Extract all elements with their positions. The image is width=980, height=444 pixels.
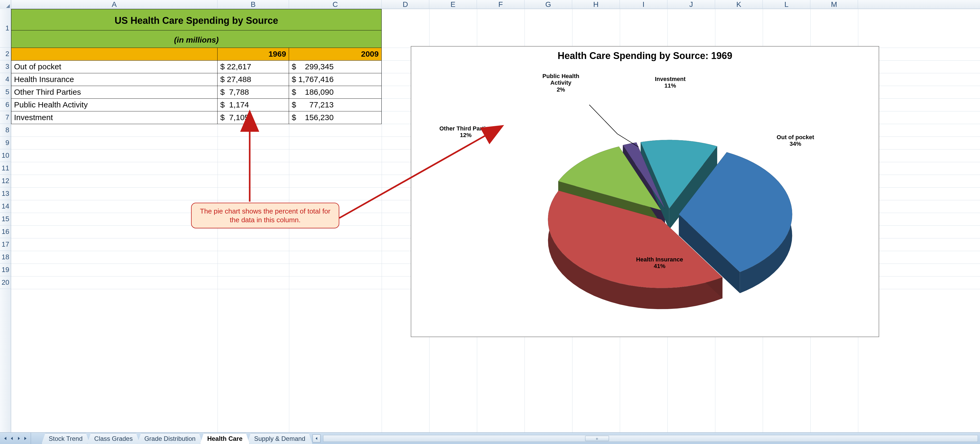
column-header-E[interactable]: E bbox=[429, 0, 477, 9]
header-blank bbox=[11, 48, 218, 60]
cells-layer: US Health Care Spending by Source (in mi… bbox=[11, 9, 980, 432]
row-header-17[interactable]: 17 bbox=[0, 238, 11, 251]
column-header-G[interactable]: G bbox=[525, 0, 572, 9]
row-value-2009: $ 299,345 bbox=[289, 60, 382, 73]
sheet-tab-class-grades[interactable]: Class Grades bbox=[87, 433, 140, 444]
row-header-13[interactable]: 13 bbox=[0, 187, 11, 200]
row-value-2009: $ 77,213 bbox=[289, 99, 382, 111]
table-row[interactable]: Other Third Parties$ 7,788$ 186,090 bbox=[11, 86, 382, 99]
row-header-1[interactable]: 1 bbox=[0, 9, 11, 48]
horizontal-scrollbar[interactable] bbox=[323, 435, 978, 442]
row-value-2009: $ 186,090 bbox=[289, 86, 382, 99]
row-header-2[interactable]: 2 bbox=[0, 48, 11, 60]
column-header-J[interactable]: J bbox=[667, 0, 715, 9]
pie-chart-svg bbox=[411, 46, 879, 337]
row-header-18[interactable]: 18 bbox=[0, 251, 11, 264]
row-header-19[interactable]: 19 bbox=[0, 264, 11, 276]
row-value-1969: $ 22,617 bbox=[218, 60, 289, 73]
row-header-20[interactable]: 20 bbox=[0, 276, 11, 289]
sheet-tab-supply-demand[interactable]: Supply & Demand bbox=[247, 433, 312, 444]
row-header-8[interactable]: 8 bbox=[0, 124, 11, 137]
row-value-2009: $ 1,767,416 bbox=[289, 73, 382, 86]
column-header-D[interactable]: D bbox=[382, 0, 429, 9]
sheet-nav-prev-icon[interactable] bbox=[8, 434, 15, 443]
column-header-K[interactable]: K bbox=[715, 0, 763, 9]
header-year-2: 2009 bbox=[289, 48, 382, 60]
table-row[interactable]: Out of pocket$ 22,617$ 299,345 bbox=[11, 60, 382, 73]
row-label: Health Insurance bbox=[11, 73, 218, 86]
table-row[interactable]: Investment$ 7,105$ 156,230 bbox=[11, 111, 382, 124]
row-header-10[interactable]: 10 bbox=[0, 149, 11, 162]
table-title: US Health Care Spending by Source bbox=[11, 9, 382, 30]
column-headers: ABCDEFGHIJKLM bbox=[0, 0, 980, 9]
pie-chart[interactable]: Health Care Spending by Source: 1969 Out… bbox=[411, 46, 879, 337]
sheet-tab-health-care[interactable]: Health Care bbox=[200, 433, 250, 444]
data-table[interactable]: US Health Care Spending by Source (in mi… bbox=[11, 9, 382, 124]
tab-scroll-left-icon[interactable] bbox=[313, 434, 320, 442]
column-header-I[interactable]: I bbox=[620, 0, 667, 9]
slice-label-health-insurance: Health Insurance 41% bbox=[636, 256, 683, 270]
worksheet-grid[interactable]: ABCDEFGHIJKLM 12345678910111213141516171… bbox=[0, 0, 980, 432]
table-row[interactable]: Public Health Activity$ 1,174$ 77,213 bbox=[11, 99, 382, 111]
tabbar-scroll-area bbox=[310, 433, 980, 444]
sheet-tab-stock-trend[interactable]: Stock Trend bbox=[41, 433, 90, 444]
row-header-7[interactable]: 7 bbox=[0, 111, 11, 124]
workbook: ABCDEFGHIJKLM 12345678910111213141516171… bbox=[0, 0, 980, 444]
row-header-4[interactable]: 4 bbox=[0, 73, 11, 86]
row-label: Other Third Parties bbox=[11, 86, 218, 99]
column-header-A[interactable]: A bbox=[11, 0, 218, 9]
row-value-2009: $ 156,230 bbox=[289, 111, 382, 124]
table-subtitle: (in millions) bbox=[11, 30, 382, 48]
column-header-L[interactable]: L bbox=[763, 0, 810, 9]
row-label: Investment bbox=[11, 111, 218, 124]
column-header-F[interactable]: F bbox=[477, 0, 525, 9]
row-value-1969: $ 7,788 bbox=[218, 86, 289, 99]
row-headers: 1234567891011121314151617181920 bbox=[0, 9, 11, 432]
column-header-C[interactable]: C bbox=[289, 0, 382, 9]
sheet-tabs: Stock TrendClass GradesGrade Distributio… bbox=[31, 433, 310, 444]
sheet-tab-bar: Stock TrendClass GradesGrade Distributio… bbox=[0, 432, 980, 444]
sheet-nav-first-icon[interactable] bbox=[2, 434, 8, 443]
sheet-tab-grade-distribution[interactable]: Grade Distribution bbox=[137, 433, 202, 444]
slice-label-investment: Investment 11% bbox=[655, 76, 686, 89]
row-header-6[interactable]: 6 bbox=[0, 99, 11, 111]
row-header-9[interactable]: 9 bbox=[0, 137, 11, 149]
table-row[interactable]: Health Insurance$ 27,488$ 1,767,416 bbox=[11, 73, 382, 86]
row-header-16[interactable]: 16 bbox=[0, 226, 11, 238]
row-label: Public Health Activity bbox=[11, 99, 218, 111]
row-header-15[interactable]: 15 bbox=[0, 213, 11, 226]
row-value-1969: $ 7,105 bbox=[218, 111, 289, 124]
header-year-1: 1969 bbox=[218, 48, 289, 60]
row-header-11[interactable]: 11 bbox=[0, 162, 11, 175]
annotation-callout: The pie chart shows the percent of total… bbox=[191, 203, 339, 228]
row-header-12[interactable]: 12 bbox=[0, 175, 11, 187]
column-header-H[interactable]: H bbox=[572, 0, 620, 9]
scrollbar-thumb[interactable] bbox=[585, 436, 609, 441]
row-header-5[interactable]: 5 bbox=[0, 86, 11, 99]
column-header-M[interactable]: M bbox=[810, 0, 858, 9]
sheet-nav-buttons bbox=[0, 433, 31, 444]
slice-label-public-health-activity: Public Health Activity 2% bbox=[542, 73, 579, 93]
slice-label-out-of-pocket: Out of pocket 34% bbox=[777, 134, 815, 147]
row-label: Out of pocket bbox=[11, 60, 218, 73]
row-header-14[interactable]: 14 bbox=[0, 200, 11, 213]
row-header-3[interactable]: 3 bbox=[0, 60, 11, 73]
row-value-1969: $ 27,488 bbox=[218, 73, 289, 86]
slice-label-other-third-parties: Other Third Parties 12% bbox=[439, 125, 492, 138]
sheet-nav-last-icon[interactable] bbox=[22, 434, 29, 443]
select-all-corner[interactable] bbox=[0, 0, 11, 9]
column-header-B[interactable]: B bbox=[218, 0, 289, 9]
sheet-nav-next-icon[interactable] bbox=[15, 434, 22, 443]
row-value-1969: $ 1,174 bbox=[218, 99, 289, 111]
